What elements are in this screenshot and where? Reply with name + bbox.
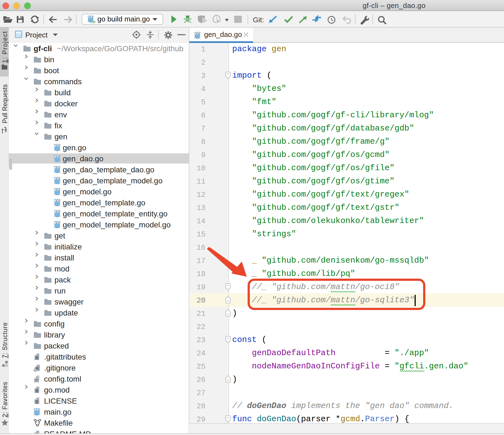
svg-text:[T]: [T]	[35, 379, 39, 383]
